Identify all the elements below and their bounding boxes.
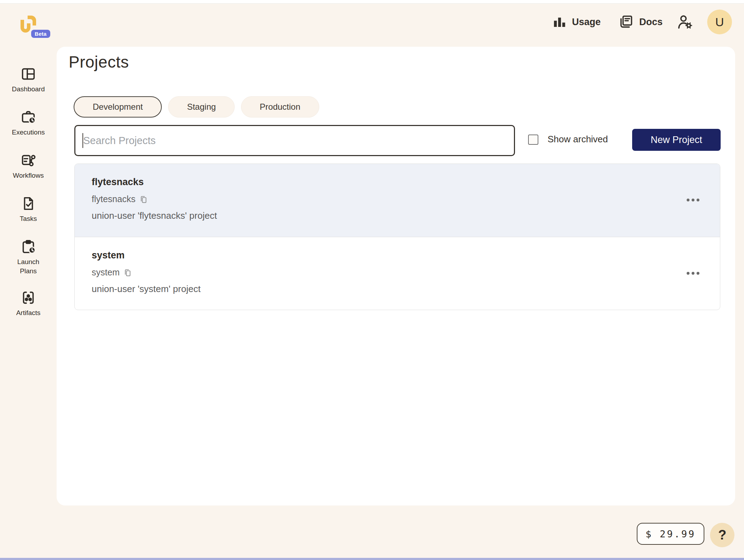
project-menu-button[interactable]	[685, 270, 702, 277]
docs-nav[interactable]: Docs	[618, 14, 663, 30]
user-settings-nav[interactable]	[676, 13, 693, 30]
dashboard-icon	[20, 66, 36, 82]
sidebar-item-artifacts[interactable]: Artifacts	[0, 290, 57, 318]
tab-staging[interactable]: Staging	[168, 96, 234, 118]
sidebar-item-workflows[interactable]: Workflows	[0, 152, 57, 180]
project-menu-button[interactable]	[685, 196, 702, 204]
help-button[interactable]: ?	[710, 523, 734, 547]
main-panel: Projects Development Staging Production …	[57, 47, 735, 505]
tab-development[interactable]: Development	[74, 96, 162, 118]
sidebar-item-label: Dashboard	[12, 85, 45, 94]
copy-icon[interactable]	[123, 268, 132, 277]
show-archived-label: Show archived	[548, 134, 608, 145]
sidebar-item-executions[interactable]: Executions	[0, 109, 57, 137]
search-row: Show archived New Project	[74, 125, 717, 157]
project-row-flytesnacks[interactable]: flytesnacks flytesnacks union-user 'flyt…	[75, 164, 720, 237]
executions-icon	[20, 109, 36, 125]
project-id: system	[92, 267, 120, 278]
billing-button[interactable]: $ 29.99	[637, 523, 704, 545]
user-gear-icon	[676, 13, 693, 30]
bar-chart-icon	[552, 15, 567, 29]
artifacts-icon	[20, 290, 36, 306]
project-id: flytesnacks	[92, 194, 136, 204]
text-caret	[82, 133, 83, 148]
project-list: flytesnacks flytesnacks union-user 'flyt…	[74, 164, 720, 310]
sidebar-item-label: Tasks	[20, 214, 37, 223]
search-input[interactable]	[74, 125, 515, 156]
avatar[interactable]: U	[707, 10, 732, 34]
docs-label: Docs	[639, 17, 663, 28]
new-project-button[interactable]: New Project	[632, 129, 721, 151]
sidebar-item-label: Artifacts	[16, 308, 41, 318]
project-description: union-user 'system' project	[92, 284, 720, 295]
project-row-system[interactable]: system system union-user 'system' projec…	[75, 237, 720, 310]
currency-symbol: $	[646, 528, 651, 539]
launch-plans-icon	[20, 239, 36, 255]
show-archived-checkbox[interactable]	[528, 135, 538, 145]
usage-label: Usage	[572, 17, 601, 28]
workflows-icon	[20, 152, 36, 168]
bottom-accent-bar	[0, 558, 744, 560]
domain-tabs: Development Staging Production	[74, 96, 319, 118]
docs-icon	[618, 14, 634, 30]
topbar: Usage Docs U	[552, 9, 732, 35]
sidebar-item-tasks[interactable]: Tasks	[0, 195, 57, 223]
project-description: union-user 'flytesnacks' project	[92, 210, 720, 221]
tasks-icon	[20, 195, 36, 212]
project-name: system	[92, 250, 720, 261]
tab-production[interactable]: Production	[241, 96, 319, 118]
copy-icon[interactable]	[139, 195, 148, 204]
project-name: flytesnacks	[92, 177, 720, 188]
sidebar-item-launch-plans[interactable]: Launch Plans	[0, 239, 57, 276]
sidebar-item-label: Workflows	[13, 171, 44, 180]
usage-nav[interactable]: Usage	[552, 15, 601, 29]
billing-amount: 29.99	[660, 528, 696, 539]
sidebar: Dashboard Executions Workflows Tasks	[0, 4, 57, 560]
top-window-strip	[0, 0, 744, 4]
page-title: Projects	[69, 52, 129, 72]
sidebar-item-dashboard[interactable]: Dashboard	[0, 66, 57, 94]
sidebar-item-label: Launch Plans	[16, 257, 41, 276]
sidebar-item-label: Executions	[12, 128, 45, 137]
